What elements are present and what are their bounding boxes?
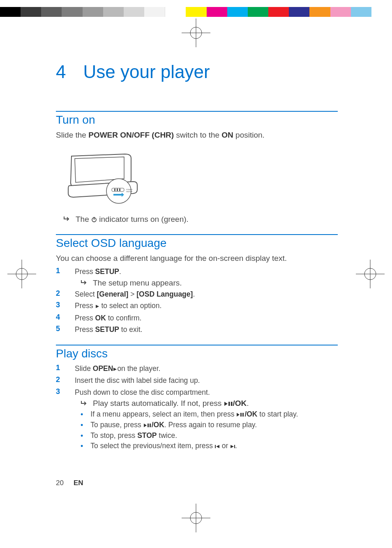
bullet-pause: • To pause, press /OK. Press again to re… xyxy=(81,421,338,430)
text: To pause, press xyxy=(90,421,143,429)
text: Slide the xyxy=(56,131,88,139)
section-heading-play: Play discs xyxy=(56,347,338,360)
svg-rect-24 xyxy=(242,413,244,417)
bullet-menu-appears: • If a menu appears, select an item, the… xyxy=(81,410,338,419)
result-arrow-icon xyxy=(81,279,88,288)
svg-rect-25 xyxy=(148,424,149,427)
step-num: 1 xyxy=(56,364,62,372)
play-step-1: 1 Slide OPENon the player. xyxy=(56,364,338,374)
text: . xyxy=(193,290,195,298)
chapter-heading: 4 Use your player xyxy=(56,62,338,82)
page-number: 20 xyxy=(56,479,64,487)
text: . xyxy=(119,267,121,276)
play-icon xyxy=(113,364,117,374)
bold-text: OK xyxy=(95,314,106,322)
svg-rect-14 xyxy=(114,189,115,191)
text: Select xyxy=(75,290,97,298)
text: The xyxy=(76,215,91,223)
bold-text: SETUP xyxy=(95,325,119,334)
svg-text:ON/OFF: ON/OFF xyxy=(126,191,133,193)
text: Press xyxy=(75,302,95,310)
section-turn-on: Turn on Slide the POWER ON/OFF (CHR) swi… xyxy=(56,111,338,224)
step-num: 3 xyxy=(56,301,62,309)
svg-rect-22 xyxy=(231,402,233,406)
text: position. xyxy=(233,131,265,139)
play-step-3: 3 Push down to close the disc compartmen… xyxy=(56,387,338,398)
text: Slide xyxy=(75,364,93,373)
text: to select an option. xyxy=(99,302,162,310)
bold-text: ON xyxy=(221,131,233,139)
bullet-icon: • xyxy=(81,421,83,429)
step-2: 2 Select [General] > [OSD Language]. xyxy=(56,289,338,299)
play-pause-icon xyxy=(224,399,233,408)
next-track-icon xyxy=(230,442,235,451)
text: To pause, press /OK. Press again to resu… xyxy=(90,421,257,430)
section-rule xyxy=(56,234,338,235)
text: Play starts automatically. If not, press xyxy=(93,399,224,408)
text: To select the previous/next item, press … xyxy=(90,442,237,451)
text: To stop, press STOP twice. xyxy=(90,431,177,440)
bullet-prev-next: • To select the previous/next item, pres… xyxy=(81,442,338,451)
section-heading-turn-on: Turn on xyxy=(56,113,338,127)
step-body: Press to select an option. xyxy=(75,301,338,311)
bullet-icon: • xyxy=(81,411,83,418)
turn-on-intro: Slide the POWER ON/OFF (CHR) switch to t… xyxy=(56,130,338,140)
result-arrow-icon xyxy=(81,399,88,408)
chapter-number: 4 xyxy=(56,62,66,82)
step-num: 2 xyxy=(56,289,62,298)
text: Press xyxy=(75,325,95,334)
step-5: 5 Press SETUP to exit. xyxy=(56,325,338,335)
text: Play starts automatically. If not, press… xyxy=(93,399,249,408)
step-num: 5 xyxy=(56,325,62,333)
svg-rect-23 xyxy=(240,413,242,417)
step-body: Insert the disc with label side facing u… xyxy=(75,375,338,386)
step-num: 2 xyxy=(56,375,62,384)
step-num: 4 xyxy=(56,313,62,322)
page-footer: 20 EN xyxy=(56,479,83,487)
text: or xyxy=(220,442,230,450)
section-rule xyxy=(56,111,338,112)
text: . Press again to resume play. xyxy=(164,421,257,429)
step-body: Slide OPENon the player. xyxy=(75,364,338,374)
bold-text: OPEN xyxy=(93,364,113,373)
power-icon xyxy=(91,215,97,224)
play-step-3-result: Play starts automatically. If not, press… xyxy=(81,399,338,408)
step-num: 1 xyxy=(56,267,62,275)
step-body: Press OK to confirm. xyxy=(75,313,338,323)
section-osd: Select OSD language You can choose a dif… xyxy=(56,234,338,335)
bold-text: /OK xyxy=(244,410,257,418)
play-icon xyxy=(95,301,99,311)
text: twice. xyxy=(157,431,177,440)
bold-text: STOP xyxy=(137,431,157,440)
text: The indicator turns on (green). xyxy=(76,215,189,224)
color-calibration-bar xyxy=(0,7,392,17)
text: . xyxy=(247,399,249,408)
text: to confirm. xyxy=(106,314,142,322)
text: If a menu appears, select an item, then … xyxy=(90,410,236,418)
step-4: 4 Press OK to confirm. xyxy=(56,313,338,323)
bold-text: [OSD Language] xyxy=(136,290,193,298)
step-body: Press SETUP to exit. xyxy=(75,325,338,335)
svg-rect-27 xyxy=(215,445,216,448)
text: indicator turns on (green). xyxy=(97,215,189,223)
svg-rect-15 xyxy=(117,189,118,191)
play-pause-icon xyxy=(143,421,152,430)
page-content: 4 Use your player Turn on Slide the POWE… xyxy=(56,62,338,461)
step-body: Select [General] > [OSD Language]. xyxy=(75,289,338,299)
bold-text: [General] xyxy=(97,290,129,298)
osd-intro: You can choose a different language for … xyxy=(56,253,338,264)
step-body: Press SETUP. xyxy=(75,267,338,277)
text: Press xyxy=(75,314,95,322)
play-step-2: 2 Insert the disc with label side facing… xyxy=(56,375,338,386)
bullet-icon: • xyxy=(81,442,83,450)
registration-mark-right xyxy=(356,260,385,288)
section-heading-osd: Select OSD language xyxy=(56,237,338,250)
text: to start play. xyxy=(258,410,298,418)
bold-text: /OK xyxy=(233,399,247,408)
chapter-title: Use your player xyxy=(83,62,210,82)
registration-mark-top xyxy=(182,18,210,47)
text: to exit. xyxy=(119,325,142,334)
result-indicator-on: The indicator turns on (green). xyxy=(63,215,338,224)
text: To stop, press xyxy=(90,431,137,440)
text: To select the previous/next item, press xyxy=(90,442,215,450)
